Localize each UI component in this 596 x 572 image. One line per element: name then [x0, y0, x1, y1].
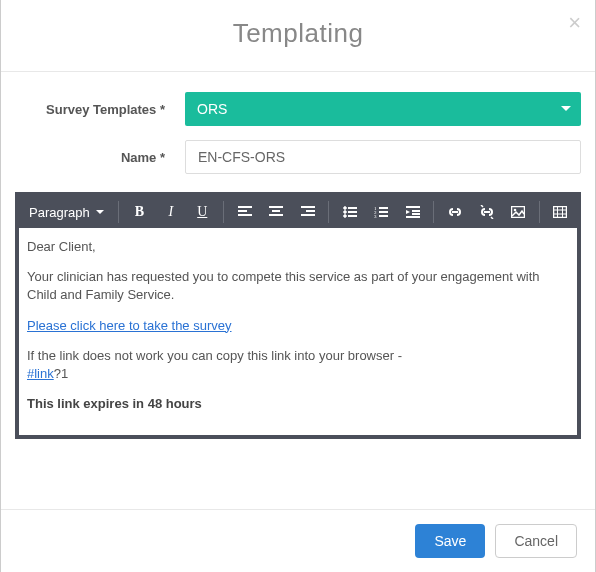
align-right-button[interactable] — [295, 200, 320, 224]
name-row: Name * — [15, 140, 581, 174]
save-button[interactable]: Save — [415, 524, 485, 558]
italic-button[interactable]: I — [158, 200, 183, 224]
bold-button[interactable]: B — [127, 200, 152, 224]
svg-line-26 — [481, 205, 483, 207]
image-button[interactable] — [505, 200, 530, 224]
editor-toolbar: Paragraph B I U — [19, 196, 577, 228]
chevron-down-icon — [96, 210, 104, 214]
modal-body: Survey Templates * ORS Name * Paragraph — [1, 72, 595, 509]
editor-content[interactable]: Dear Client, Your clinician has requeste… — [19, 228, 577, 435]
editor-greeting: Dear Client, — [27, 238, 569, 256]
templating-modal: Templating × Survey Templates * ORS Name… — [0, 0, 596, 572]
survey-templates-value: ORS — [197, 101, 227, 117]
modal-header: Templating × — [1, 0, 595, 72]
survey-templates-select[interactable]: ORS — [185, 92, 581, 126]
toolbar-separator — [118, 201, 119, 223]
paragraph-format-label: Paragraph — [29, 205, 90, 220]
svg-point-11 — [344, 211, 347, 214]
expiry-notice: This link expires in 48 hours — [27, 395, 569, 413]
indent-button[interactable] — [400, 200, 425, 224]
toolbar-separator — [328, 201, 329, 223]
svg-point-13 — [344, 215, 347, 218]
table-button[interactable] — [548, 200, 573, 224]
unordered-list-button[interactable] — [337, 200, 362, 224]
svg-rect-30 — [554, 207, 567, 218]
underline-button[interactable]: U — [190, 200, 215, 224]
link-button[interactable] — [442, 200, 467, 224]
name-input[interactable] — [185, 140, 581, 174]
modal-footer: Save Cancel — [1, 509, 595, 572]
cancel-button[interactable]: Cancel — [495, 524, 577, 558]
survey-templates-row: Survey Templates * ORS — [15, 92, 581, 126]
close-icon[interactable]: × — [568, 12, 581, 34]
name-label: Name * — [15, 150, 185, 165]
svg-point-9 — [344, 207, 347, 210]
svg-text:3: 3 — [374, 214, 377, 218]
svg-marker-22 — [406, 210, 410, 214]
raw-link-query: ?1 — [54, 366, 68, 381]
svg-point-29 — [514, 209, 517, 212]
chevron-down-icon — [561, 106, 571, 111]
fallback-text: If the link does not work you can copy t… — [27, 348, 402, 363]
rich-text-editor: Paragraph B I U — [15, 192, 581, 439]
align-center-button[interactable] — [263, 200, 288, 224]
align-left-button[interactable] — [232, 200, 257, 224]
toolbar-separator — [539, 201, 540, 223]
ordered-list-button[interactable]: 123 — [369, 200, 394, 224]
toolbar-separator — [223, 201, 224, 223]
toolbar-separator — [433, 201, 434, 223]
modal-title: Templating — [1, 18, 595, 49]
raw-link[interactable]: #link — [27, 366, 54, 381]
survey-templates-label: Survey Templates * — [15, 102, 185, 117]
paragraph-format-select[interactable]: Paragraph — [23, 201, 110, 224]
svg-line-27 — [491, 217, 493, 219]
editor-body-text: Your clinician has requested you to comp… — [27, 268, 569, 304]
unlink-button[interactable] — [474, 200, 499, 224]
survey-link[interactable]: Please click here to take the survey — [27, 318, 232, 333]
